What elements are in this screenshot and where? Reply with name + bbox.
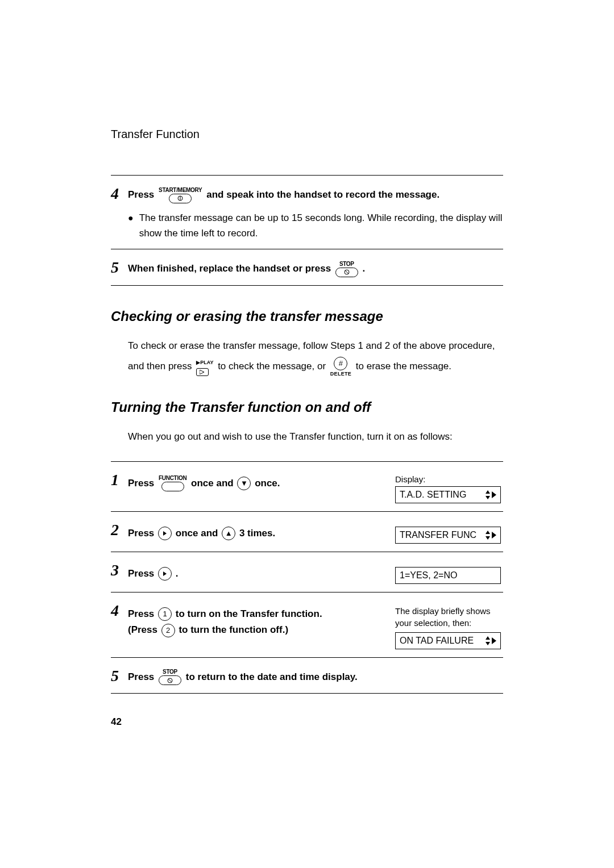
display-box: ON TAD FAILURE <box>395 632 501 649</box>
button-label: FUNCTION <box>159 475 186 481</box>
play-icon <box>196 368 209 376</box>
display-box: 1=YES, 2=NO <box>395 567 501 584</box>
turn-step-5: 5 Press STOP to return to the date and t… <box>111 657 503 694</box>
hash-key-icon: # <box>334 357 347 370</box>
text: once. <box>255 478 280 489</box>
text: once and <box>176 528 221 539</box>
start-memory-icon <box>169 194 192 203</box>
delete-button: # DELETE <box>330 357 351 377</box>
text: and speak into the handset to record the… <box>206 189 439 200</box>
text: Press <box>128 528 157 539</box>
step-5-finish: 5 When finished, replace the handset or … <box>111 249 503 286</box>
display-text: 1=YES, 2=NO <box>400 570 457 581</box>
svg-marker-10 <box>486 536 490 540</box>
svg-marker-7 <box>492 491 496 498</box>
step-number: 4 <box>111 600 128 619</box>
text: Press <box>128 189 157 200</box>
text: to erase the message. <box>356 361 451 372</box>
text: 3 times. <box>239 528 275 539</box>
step-4-display-col: The display briefly shows your selection… <box>395 604 503 649</box>
section-turning-heading: Turning the Transfer function on and off <box>111 399 503 415</box>
right-key-icon <box>158 527 172 540</box>
one-key-icon: 1 <box>158 607 172 621</box>
step-5-instruction: Press STOP to return to the date and tim… <box>128 669 503 686</box>
text: Press <box>128 568 157 579</box>
svg-marker-13 <box>486 636 490 640</box>
step-1-instruction: Press FUNCTION once and ▼ once. <box>128 473 384 503</box>
text: to turn the function off.) <box>179 624 288 635</box>
step-1-display-col: Display: T.A.D. SETTING <box>395 473 503 503</box>
step-number: 5 <box>111 257 128 276</box>
nav-arrows-icon <box>485 490 496 499</box>
text: to check the message, or <box>218 361 329 372</box>
svg-marker-4 <box>200 370 204 374</box>
down-key-icon: ▼ <box>237 477 251 490</box>
text: Press <box>128 608 157 619</box>
svg-marker-15 <box>492 637 496 644</box>
svg-marker-9 <box>486 531 490 534</box>
play-label: ▶PLAY <box>196 357 213 368</box>
svg-line-17 <box>168 679 172 682</box>
play-button: ▶PLAY <box>196 357 213 376</box>
display-text: T.A.D. SETTING <box>400 490 466 500</box>
step-number: 1 <box>111 470 128 488</box>
text: . <box>176 568 179 579</box>
step-2-display-col: TRANSFER FUNC <box>395 523 503 544</box>
text: to turn on the Transfer function. <box>176 608 322 619</box>
bullet-icon: ● <box>128 210 134 241</box>
stop-icon <box>335 268 358 277</box>
button-label: START/MEMORY <box>159 187 202 193</box>
display-text: TRANSFER FUNC <box>400 530 476 540</box>
turn-step-2: 2 Press once and ▲ 3 times. TRANSFER FUN… <box>111 511 503 552</box>
page-number: 42 <box>111 716 122 728</box>
step-number: 5 <box>111 666 128 684</box>
step-4-instruction: Press START/MEMORY and speak into the ha… <box>128 187 503 203</box>
manual-page: Transfer Function 4 Press START/MEMORY a… <box>111 128 503 694</box>
turn-step-1: 1 Press FUNCTION once and ▼ once. Displa… <box>111 461 503 511</box>
checking-paragraph: To check or erase the transfer message, … <box>111 336 503 377</box>
turning-intro: When you go out and wish to use the Tran… <box>111 427 503 447</box>
up-key-icon: ▲ <box>222 527 235 540</box>
bullet-text: The transfer message can be up to 15 sec… <box>139 210 503 241</box>
text: once and <box>191 478 236 489</box>
display-box: TRANSFER FUNC <box>395 527 501 544</box>
stop-button: STOP <box>159 669 181 685</box>
turn-step-4: 4 Press 1 to turn on the Transfer functi… <box>111 592 503 657</box>
svg-marker-11 <box>492 532 496 539</box>
text: (Press <box>128 624 160 635</box>
step-number: 3 <box>111 560 128 578</box>
display-note: The display briefly shows your selection… <box>395 605 503 629</box>
display-label: Display: <box>395 474 503 484</box>
start-memory-button: START/MEMORY <box>159 187 202 203</box>
step-4-note: ● The transfer message can be up to 15 s… <box>128 210 503 241</box>
text: to return to the date and time display. <box>186 671 358 682</box>
svg-marker-14 <box>486 642 490 645</box>
svg-marker-6 <box>486 496 490 499</box>
section-header: Transfer Function <box>111 128 503 141</box>
step-number: 2 <box>111 520 128 538</box>
display-box: T.A.D. SETTING <box>395 486 501 503</box>
step-5-instruction: When finished, replace the handset or pr… <box>128 261 503 277</box>
step-4-instruction: Press 1 to turn on the Transfer function… <box>128 604 384 649</box>
button-label: DELETE <box>330 372 351 377</box>
function-button: FUNCTION <box>159 475 186 491</box>
step-4-record: 4 Press START/MEMORY and speak into the … <box>111 175 503 249</box>
nav-arrows-icon <box>485 636 496 645</box>
text: Press <box>128 478 157 489</box>
button-label: STOP <box>163 669 177 675</box>
turn-step-3: 3 Press . 1=YES, 2=NO <box>111 552 503 592</box>
text: Press <box>128 671 157 682</box>
text: When finished, replace the handset or pr… <box>128 263 334 274</box>
text: . <box>363 263 366 274</box>
display-text: ON TAD FAILURE <box>400 636 474 646</box>
function-icon <box>161 482 184 491</box>
svg-line-3 <box>345 270 349 274</box>
nav-arrows-icon <box>485 531 496 540</box>
step-2-instruction: Press once and ▲ 3 times. <box>128 523 384 544</box>
step-3-instruction: Press . <box>128 564 384 584</box>
two-key-icon: 2 <box>161 624 175 637</box>
svg-marker-8 <box>163 531 167 536</box>
svg-marker-5 <box>486 490 490 494</box>
section-checking-heading: Checking or erasing the transfer message <box>111 308 503 324</box>
stop-icon <box>159 675 181 685</box>
